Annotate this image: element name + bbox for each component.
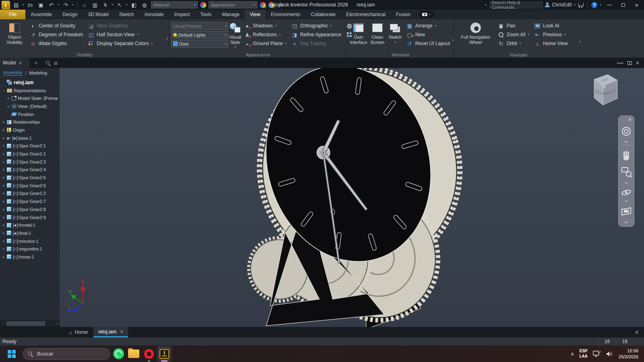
view-cube[interactable]: TOP FRONT RIGHT — [579, 70, 623, 111]
tree-item[interactable]: +Model State: [Primar — [0, 94, 60, 102]
taskbar-clock[interactable]: 15:56 25/3/2026 — [619, 348, 638, 360]
pan-button[interactable]: Pan — [496, 21, 531, 30]
expander-icon[interactable]: + — [2, 175, 5, 180]
ilogic-trigger-icon[interactable]: ↯ — [101, 1, 110, 8]
home-icon[interactable]: ⌂ — [81, 1, 89, 8]
tree-item[interactable]: Position — [0, 110, 60, 118]
switch-button[interactable]: Switch ▾ — [387, 21, 404, 52]
tree-item[interactable]: +Relationships — [0, 118, 60, 126]
home-view-button[interactable]: ⌂Home View — [532, 39, 569, 48]
select-filter-icon[interactable]: ↖ — [116, 1, 124, 8]
color-wheel-icon[interactable] — [200, 2, 206, 8]
user-caret-icon[interactable]: ▾ — [574, 3, 576, 6]
arrange-button[interactable]: ▦Arrange▾ — [404, 21, 452, 30]
tree-item[interactable]: +[●]:base:1 — [0, 134, 60, 142]
expander-icon[interactable]: + — [2, 167, 5, 172]
expander-icon[interactable]: + — [2, 199, 5, 204]
orthographic-button[interactable]: ◳Orthographic▾ — [289, 21, 343, 30]
qat-customize-icon[interactable]: ▾ — [298, 3, 299, 6]
visual-style-button[interactable]: Visual Style ▾ — [229, 21, 241, 52]
full-navigation-wheel-button[interactable]: Full Navigation Wheel ▾ — [456, 21, 495, 52]
3d-viewport[interactable]: TOP FRONT RIGHT — [60, 68, 644, 327]
doc-restore-icon[interactable] — [627, 61, 632, 65]
expander-icon[interactable]: + — [6, 104, 10, 109]
tree-item[interactable]: +[○]:Spur Gear2:4 — [0, 166, 60, 174]
dsc-caret-icon[interactable]: ▾ — [151, 42, 153, 45]
ribbon-tab-inspect[interactable]: Inspect — [169, 10, 195, 19]
tree-item[interactable]: +[○]:Spur Gear2:3 — [0, 158, 60, 166]
degrees-of-freedom-button[interactable]: ↗Degrees of Freedom — [28, 30, 85, 39]
ribbon-tab-view[interactable]: View — [245, 10, 266, 19]
maximize-button[interactable] — [617, 1, 629, 9]
tree-item[interactable]: +[○]:Spur Gear2:9 — [0, 213, 60, 221]
lights-select[interactable]: Default Lights▾ — [171, 31, 228, 39]
theme-select[interactable]: Dark▾ — [171, 40, 228, 48]
expander-icon[interactable]: + — [2, 159, 5, 164]
redo-caret-icon[interactable]: ▾ — [72, 3, 74, 6]
expander-icon[interactable]: + — [2, 254, 5, 259]
screen-recording-button[interactable]: ▾ — [419, 11, 434, 18]
scroll-right-icon[interactable]: › — [54, 321, 60, 326]
ribbon-tab-fusion[interactable]: Fusion — [391, 10, 416, 19]
browser-tab-close-icon[interactable]: × — [19, 60, 22, 66]
tree-item[interactable]: +View: (Default) — [0, 102, 60, 110]
center-of-gravity-button[interactable]: ◐Center of Gravity — [28, 21, 85, 30]
tree-item[interactable]: +[○]:Spur Gear2:1 — [0, 142, 60, 150]
help-caret-icon[interactable]: ▾ — [600, 3, 601, 6]
reset-ui-layout-button[interactable]: ↺Reset UI Layout — [404, 39, 452, 48]
tree-item[interactable]: +[○]:minutos:1 — [0, 237, 60, 245]
ground-plane-button[interactable]: ◒×Ground Plane▾ — [242, 39, 289, 48]
redo-icon[interactable]: ↷ — [62, 1, 70, 8]
qat-add-icon[interactable]: ＋ — [287, 1, 295, 8]
ribbon-tab-collaborate[interactable]: Collaborate — [306, 10, 341, 19]
expander-icon[interactable]: + — [2, 239, 5, 244]
reflections-caret-icon[interactable]: ▾ — [279, 33, 281, 36]
ribbon-tab-assemble[interactable]: Assemble — [25, 10, 57, 19]
previous-caret-icon[interactable]: ▾ — [564, 33, 566, 36]
ground-plane-caret-icon[interactable]: ▾ — [285, 42, 287, 45]
object-visibility-button[interactable]: Object Visibility ▾ — [2, 21, 27, 52]
half-section-view-button[interactable]: ◫Half Section View▾ — [86, 30, 155, 39]
orthographic-caret-icon[interactable]: ▾ — [331, 24, 332, 27]
expander-icon[interactable]: + — [2, 183, 5, 188]
undo-caret-icon[interactable]: ▾ — [58, 3, 60, 6]
visual-presets-select[interactable]: Visual Presets▾ — [171, 22, 228, 30]
adjust-appearance-icon[interactable]: + — [260, 2, 266, 8]
tree-item[interactable]: +[○]:Spur Gear1:1 — [0, 150, 60, 158]
arrange-caret-icon[interactable]: ▾ — [435, 24, 437, 27]
tree-item[interactable]: +Origin — [0, 126, 60, 134]
tree-item[interactable]: +[○]:Spur Gear2:6 — [0, 182, 60, 190]
navbar-pan-icon[interactable] — [623, 151, 629, 160]
open-icon[interactable]: 🗁 — [27, 1, 35, 8]
tree-item[interactable]: +[●]:final:1 — [0, 229, 60, 237]
doc-close-icon[interactable]: × — [636, 60, 639, 66]
scrollbar-thumb[interactable] — [6, 321, 45, 326]
new-file-icon[interactable]: ▤ — [12, 1, 20, 8]
document-tab[interactable]: reloj.iam × — [93, 327, 128, 337]
navbar-orbit-caret-icon[interactable] — [625, 201, 627, 202]
navbar-lookat-icon[interactable] — [622, 208, 631, 215]
ilogic-caret-icon[interactable]: ▾ — [112, 3, 114, 6]
appearance-select[interactable]: Appearance▾ — [209, 1, 257, 8]
new-window-button[interactable]: ▢*New — [404, 30, 452, 39]
scroll-left-icon[interactable]: ‹ — [0, 321, 6, 326]
return-icon[interactable]: ▥ — [91, 1, 99, 8]
browser-add-tab-icon[interactable]: ＋ — [30, 58, 42, 68]
tree-item[interactable]: +[○]:Spur Gear2:7 — [0, 197, 60, 205]
help-search-input[interactable]: Search Help & Commands... — [489, 2, 543, 8]
clear-appearance-icon[interactable]: × — [268, 2, 274, 8]
user-name[interactable]: ChrisEd0 — [552, 2, 572, 8]
shadows-button[interactable]: ●×Shadows▾ — [242, 21, 289, 30]
save-icon[interactable]: ▣ — [37, 1, 45, 8]
ribbon-tab-environments[interactable]: Environments — [265, 10, 305, 19]
cart-icon[interactable] — [578, 2, 584, 7]
file-explorer-taskbar-button[interactable] — [126, 346, 141, 362]
search-expand-icon[interactable]: ▸ — [485, 3, 487, 6]
ribbon-tab-3d-model[interactable]: 3D Model — [83, 10, 114, 19]
ribbon-tab-design[interactable]: Design — [57, 10, 83, 19]
volume-icon[interactable] — [606, 351, 613, 357]
inventor-taskbar-button[interactable]: IPRO — [157, 346, 172, 362]
tree-item[interactable]: reloj.iam — [0, 79, 60, 87]
minimize-button[interactable]: — — [604, 1, 615, 9]
expander-icon[interactable]: + — [6, 96, 10, 101]
